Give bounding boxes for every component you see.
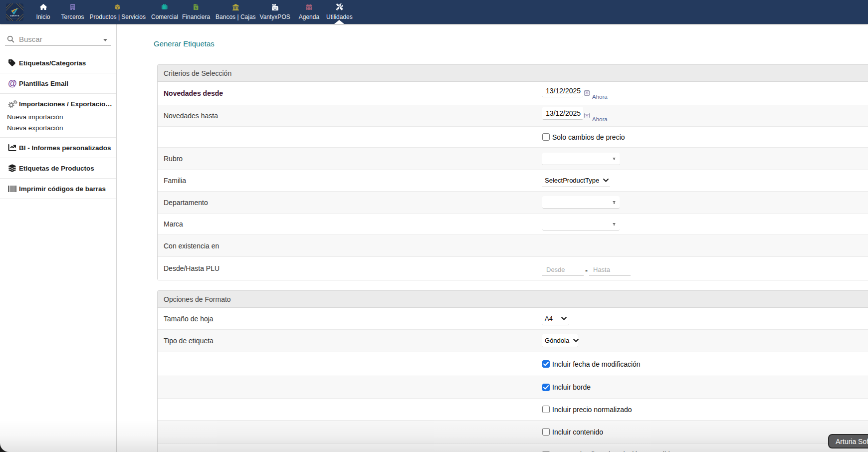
select-dropdown[interactable] [542, 218, 620, 230]
nav-item-inicio[interactable]: Inicio [33, 0, 53, 24]
checkbox-label: Incluir contenido [552, 428, 603, 436]
search-dropdown-caret-icon[interactable] [103, 39, 107, 41]
sidebar-subitem-2-0[interactable]: Nueva importación [0, 111, 116, 122]
field-widget: Ahora [542, 110, 608, 122]
field-label: Tamaño de hoja [158, 315, 542, 323]
checkbox-label: Incluir precio normalizado [552, 406, 632, 414]
checkbox-unchecked[interactable] [542, 133, 550, 141]
date-input[interactable] [542, 84, 583, 97]
nav-item-bancos-cajas[interactable]: Bancos | Cajas [213, 0, 259, 24]
select-input[interactable]: Góndola [542, 334, 578, 347]
sidebar-item-label: Imprimir códigos de barras [19, 185, 106, 193]
search-icon [7, 35, 14, 43]
field-widget: Solo cambios de precio [542, 133, 625, 141]
criteria-panel: Criterios de SelecciónNovedades desdeAho… [157, 64, 868, 280]
chevron-down-icon [573, 339, 579, 342]
sidebar-item-label: Etiquetas de Productos [19, 165, 94, 172]
nav-item-productos-servicios[interactable]: Productos | Servicios [87, 0, 149, 24]
nav-item-vantyxpos[interactable]: VantyxPOS [257, 0, 293, 24]
field-widget: Incluir fecha de modificación [542, 360, 641, 368]
nav-item-label: Comercial [151, 13, 178, 20]
dropdown-caret-icon [613, 201, 616, 203]
sidebar-item-5[interactable]: Imprimir códigos de barras [0, 179, 116, 199]
select-dropdown[interactable] [542, 153, 620, 165]
nav-item-label: Financiera [182, 13, 210, 20]
chevron-down-icon [603, 179, 609, 182]
field-widget: - [542, 261, 631, 276]
now-link[interactable]: Ahora [592, 116, 608, 122]
gears-icon [8, 100, 18, 108]
checkbox-label: Solo cambios de precio [552, 133, 625, 141]
field-label: Rubro [158, 155, 542, 163]
checkbox-unchecked[interactable] [542, 406, 550, 413]
form-row: Novedades desdeAhora [158, 82, 868, 105]
form-row: Incluir precio normalizado [158, 399, 868, 421]
logo-text: VANTYX [10, 14, 19, 17]
select-value: Góndola [545, 337, 569, 344]
checkbox-unchecked[interactable] [542, 428, 550, 436]
field-widget: SelectProductType [542, 174, 610, 187]
checkbox-label: Incluir fecha de modificación [552, 360, 641, 368]
form-row: Departamento [158, 192, 868, 214]
nav-item-comercial[interactable]: Comercial [149, 0, 181, 24]
main-content: Generar Etiquetas Criterios de Selección… [117, 24, 868, 452]
select-value: A4 [545, 315, 553, 322]
select-input[interactable]: SelectProductType [542, 174, 610, 187]
nav-item-agenda[interactable]: Agenda [296, 0, 322, 24]
format-panel: Opciones de FormatoTamaño de hojaA4Tipo … [157, 290, 868, 452]
sidebar: Etiquetas/Categorías@Plantillas EmailImp… [0, 24, 117, 452]
sidebar-item-1[interactable]: @Plantillas Email [0, 73, 116, 94]
nav-item-label: Agenda [299, 13, 319, 20]
field-label: Novedades hasta [158, 112, 542, 120]
field-widget: Incluir contenido [542, 428, 603, 436]
nav-item-terceros[interactable]: Terceros [58, 0, 87, 24]
form-row: Incluir borde [158, 376, 868, 399]
dropdown-caret-icon [613, 158, 616, 160]
field-widget: Incluir borde [542, 383, 591, 391]
search-input[interactable] [19, 35, 94, 43]
nav-item-label: Bancos | Cajas [216, 13, 256, 20]
form-row: Solo cambios de precio [158, 127, 868, 148]
home-icon [40, 2, 47, 12]
sidebar-item-label: Importaciones / Exportacio… [19, 100, 112, 108]
field-widget: A4 [542, 312, 569, 325]
field-label: Novedades desde [158, 89, 542, 97]
form-row: FamiliaSelectProductType [158, 170, 868, 192]
logo-subtext: SOFTWARE [10, 17, 19, 18]
sidebar-item-label: Plantillas Email [19, 80, 68, 87]
bank-icon [232, 2, 239, 12]
form-row: Desde/Hasta PLU- [158, 257, 868, 280]
file-invoice-dollar-icon [194, 2, 199, 12]
nav-item-utilidades[interactable]: Utilidades [324, 0, 356, 24]
sidebar-item-3[interactable]: BI - Informes personalizados [0, 138, 116, 158]
field-widget: Ahora [542, 87, 608, 100]
mini-calendar-icon[interactable] [584, 113, 590, 118]
checkbox-label: Incluir borde [552, 383, 591, 391]
nav-item-financiera[interactable]: Financiera [180, 0, 213, 24]
vantyx-logo[interactable]: VANTYX SOFTWARE [6, 3, 23, 21]
select-input[interactable]: A4 [542, 312, 569, 325]
nav-item-label: Terceros [61, 13, 84, 20]
sidebar-item-0[interactable]: Etiquetas/Categorías [0, 53, 116, 73]
form-row: Mostrar detalle o descripción extendida [158, 444, 868, 452]
nav-item-label: Productos | Servicios [90, 13, 146, 20]
range-from-input[interactable] [542, 264, 584, 276]
mini-calendar-icon[interactable] [584, 90, 590, 96]
tools-icon [336, 2, 343, 12]
sidebar-item-label: BI - Informes personalizados [19, 144, 111, 152]
box-icon [114, 2, 121, 12]
checkbox-checked[interactable] [542, 384, 550, 391]
now-link[interactable]: Ahora [592, 94, 608, 100]
select-dropdown[interactable] [542, 196, 620, 209]
range-to-input[interactable] [589, 264, 631, 276]
at-icon: @ [8, 79, 18, 88]
form-row: Tipo de etiquetaGóndola [158, 330, 868, 352]
sidebar-item-4[interactable]: Etiquetas de Productos [0, 158, 116, 179]
sidebar-subitem-2-1[interactable]: Nueva exportación [0, 122, 116, 133]
form-row: Con existencia en [158, 235, 868, 257]
field-widget [542, 218, 620, 230]
checkbox-checked[interactable] [542, 360, 550, 368]
main-menu: InicioTercerosProductos | ServiciosComer… [33, 0, 355, 24]
date-input[interactable] [542, 107, 583, 120]
barcode-icon [8, 186, 18, 192]
